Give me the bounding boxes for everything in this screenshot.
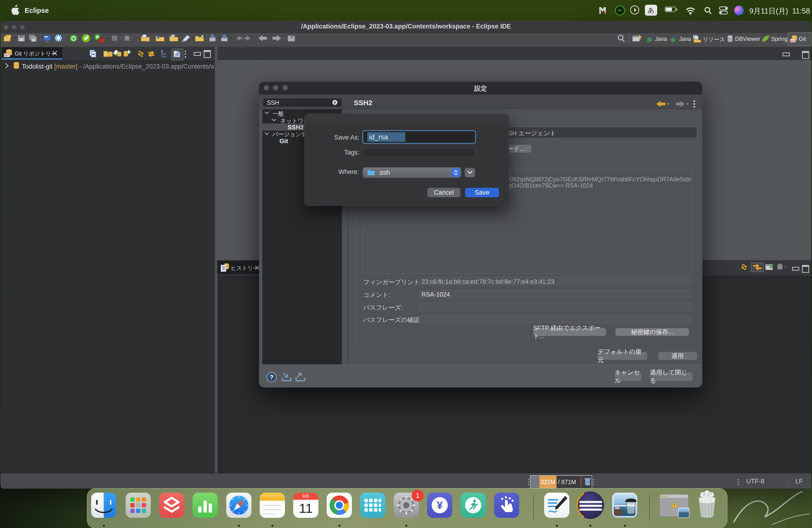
svg-text:!: !: [674, 503, 675, 507]
